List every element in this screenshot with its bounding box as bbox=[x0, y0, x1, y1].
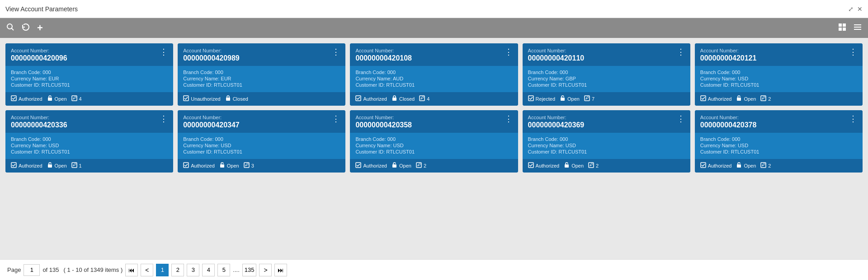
lock-icon-7 bbox=[392, 162, 397, 169]
svg-rect-32 bbox=[528, 163, 533, 168]
lock-badge-8: Open bbox=[564, 162, 584, 169]
lock-icon-4 bbox=[736, 95, 742, 103]
status-badge-9: Authorized bbox=[700, 162, 732, 169]
edit-icon-6 bbox=[244, 162, 250, 169]
card-menu-icon-4[interactable]: ⋮ bbox=[849, 48, 857, 56]
edit-icon-4 bbox=[760, 95, 766, 103]
last-page-btn[interactable]: ⏭ bbox=[274, 264, 287, 276]
card-menu-icon-0[interactable]: ⋮ bbox=[160, 48, 168, 56]
edit-icon-9 bbox=[760, 162, 766, 169]
account-label-6: Account Number: bbox=[183, 115, 240, 120]
lock-badge-5: Open bbox=[47, 162, 67, 169]
branch-code-5: Branch Code: 000 bbox=[11, 136, 168, 142]
lock-badge-6: Open bbox=[219, 162, 239, 169]
card-body-4: Branch Code: 000 Currency Name: USD Cust… bbox=[695, 66, 863, 92]
customer-id-8: Customer ID: RTLCUST01 bbox=[528, 149, 685, 154]
page-input[interactable] bbox=[24, 264, 40, 276]
svg-rect-8 bbox=[854, 29, 861, 30]
count-badge-8: 2 bbox=[588, 162, 599, 169]
account-card-0: Account Number: 00000000420096 ⋮ Branch … bbox=[5, 43, 173, 106]
first-page-btn[interactable]: ⏮ bbox=[125, 264, 138, 276]
svg-rect-18 bbox=[561, 98, 565, 101]
customer-id-2: Customer ID: RTLCUST01 bbox=[355, 82, 512, 88]
account-number-4: 00000000420121 bbox=[700, 54, 757, 62]
page-2-btn[interactable]: 2 bbox=[171, 264, 184, 276]
count-label-8: 2 bbox=[596, 163, 599, 168]
lock-label-0: Open bbox=[55, 96, 67, 102]
lock-icon-2 bbox=[392, 95, 397, 103]
account-number-5: 00000000420336 bbox=[11, 121, 67, 129]
account-number-6: 00000000420347 bbox=[183, 121, 240, 129]
svg-rect-2 bbox=[839, 23, 842, 27]
main-content: Account Number: 00000000420096 ⋮ Branch … bbox=[0, 38, 868, 259]
card-menu-icon-6[interactable]: ⋮ bbox=[332, 115, 340, 123]
prev-page-btn[interactable]: < bbox=[141, 264, 153, 276]
card-header-2: Account Number: 00000000420108 ⋮ bbox=[350, 43, 518, 66]
currency-name-0: Currency Name: EUR bbox=[11, 76, 168, 81]
card-menu-icon-3[interactable]: ⋮ bbox=[677, 48, 685, 56]
account-number-0: 00000000420096 bbox=[11, 54, 67, 62]
status-label-7: Authorized bbox=[363, 163, 387, 168]
count-badge-7: 2 bbox=[416, 162, 426, 169]
card-menu-icon-7[interactable]: ⋮ bbox=[505, 115, 513, 123]
lock-label-9: Open bbox=[744, 163, 756, 168]
card-header-4: Account Number: 00000000420121 ⋮ bbox=[695, 43, 863, 66]
status-icon-3 bbox=[528, 95, 534, 103]
card-menu-icon-8[interactable]: ⋮ bbox=[677, 115, 685, 123]
svg-rect-5 bbox=[843, 28, 846, 31]
pagination-bar: Page of 135 ( 1 - 10 of 1349 items ) ⏮ <… bbox=[0, 259, 868, 280]
of-total-pages: of 135 bbox=[42, 266, 59, 273]
lock-badge-0: Open bbox=[47, 95, 67, 103]
card-menu-icon-1[interactable]: ⋮ bbox=[332, 48, 340, 56]
card-menu-icon-9[interactable]: ⋮ bbox=[849, 115, 857, 123]
svg-rect-34 bbox=[589, 163, 594, 168]
edit-icon-5 bbox=[71, 162, 77, 169]
svg-rect-14 bbox=[356, 96, 361, 101]
currency-name-9: Currency Name: USD bbox=[700, 143, 857, 148]
lock-label-5: Open bbox=[55, 163, 67, 168]
account-number-1: 00000000420989 bbox=[183, 54, 240, 62]
card-footer-9: Authorized Open 2 bbox=[695, 159, 863, 173]
account-card-2: Account Number: 00000000420108 ⋮ Branch … bbox=[350, 43, 518, 106]
card-body-2: Branch Code: 000 Currency Name: AUD Cust… bbox=[350, 66, 518, 92]
card-header-9: Account Number: 00000000420378 ⋮ bbox=[695, 110, 863, 133]
next-page-btn[interactable]: > bbox=[259, 264, 272, 276]
account-card-5: Account Number: 00000000420336 ⋮ Branch … bbox=[5, 110, 173, 173]
status-icon-2 bbox=[355, 95, 361, 103]
page-1-btn[interactable]: 1 bbox=[156, 264, 169, 276]
page-last-num-btn[interactable]: 135 bbox=[242, 264, 257, 276]
svg-point-0 bbox=[7, 24, 12, 29]
status-icon-6 bbox=[183, 162, 189, 169]
card-body-8: Branch Code: 000 Currency Name: USD Cust… bbox=[523, 133, 690, 159]
refresh-icon[interactable] bbox=[22, 23, 30, 33]
status-label-1: Unauthorized bbox=[191, 96, 220, 102]
card-footer-1: Unauthorized Closed bbox=[178, 92, 345, 106]
status-badge-0: Authorized bbox=[11, 95, 42, 103]
card-header-8: Account Number: 00000000420369 ⋮ bbox=[523, 110, 690, 133]
close-icon[interactable]: ✕ bbox=[857, 5, 863, 13]
resize-icon[interactable]: ⤢ bbox=[848, 5, 854, 13]
edit-icon-2 bbox=[419, 95, 425, 103]
page-3-btn[interactable]: 3 bbox=[187, 264, 199, 276]
branch-code-4: Branch Code: 000 bbox=[700, 70, 857, 75]
card-body-9: Branch Code: 000 Currency Name: USD Cust… bbox=[695, 133, 863, 159]
add-icon[interactable]: + bbox=[37, 22, 43, 34]
grid-view-icon[interactable] bbox=[838, 23, 846, 33]
page-4-btn[interactable]: 4 bbox=[202, 264, 215, 276]
svg-rect-35 bbox=[701, 163, 706, 168]
search-icon[interactable] bbox=[6, 23, 14, 33]
page-5-btn[interactable]: 5 bbox=[217, 264, 230, 276]
customer-id-5: Customer ID: RTLCUST01 bbox=[11, 149, 168, 154]
card-header-1: Account Number: 00000000420989 ⋮ bbox=[178, 43, 345, 66]
branch-code-6: Branch Code: 000 bbox=[183, 136, 340, 142]
account-number-3: 00000000420110 bbox=[528, 54, 585, 62]
svg-rect-24 bbox=[48, 164, 52, 168]
currency-name-3: Currency Name: GBP bbox=[528, 76, 685, 81]
card-menu-icon-2[interactable]: ⋮ bbox=[505, 48, 513, 56]
menu-icon[interactable] bbox=[854, 23, 862, 33]
branch-code-3: Branch Code: 000 bbox=[528, 70, 685, 75]
branch-code-9: Branch Code: 000 bbox=[700, 136, 857, 142]
card-body-0: Branch Code: 000 Currency Name: EUR Cust… bbox=[5, 66, 173, 92]
svg-rect-19 bbox=[585, 96, 590, 101]
card-menu-icon-5[interactable]: ⋮ bbox=[160, 115, 168, 123]
